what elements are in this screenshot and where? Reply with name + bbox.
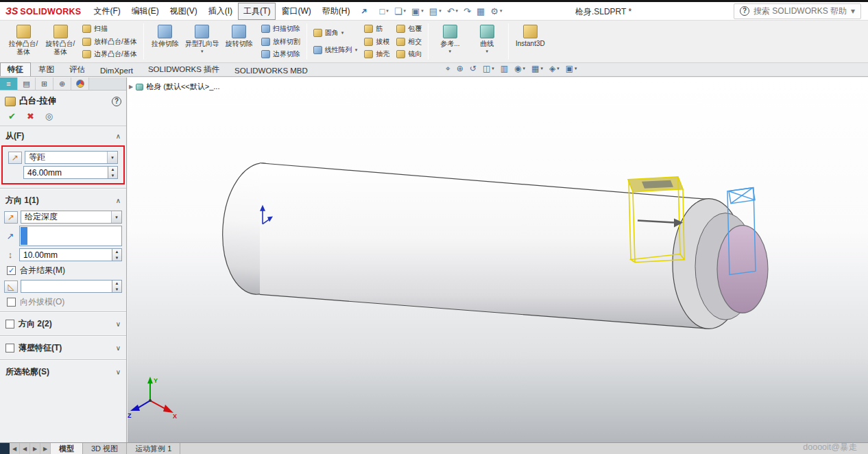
tab-features[interactable]: 特征 [0,62,31,76]
dimxpert-manager-tab[interactable]: ⊕ [53,77,71,90]
boundary-boss-button[interactable]: 边界凸台/基体 [80,48,140,60]
swept-boss-button[interactable]: 扫描 [80,23,140,35]
new-document-button[interactable]: □▾ [378,5,391,18]
model-canvas[interactable]: Y X Z [128,77,868,442]
hole-wizard-button[interactable]: 异型孔向导 ▾ [184,23,220,60]
undo-button[interactable]: ↶▾ [445,5,460,18]
menu-view[interactable]: 视图(V) [165,3,203,20]
rib-button[interactable]: 筋 [361,23,392,35]
flyout-arrow-icon[interactable]: ▶ [129,84,133,90]
tab-addins[interactable]: SOLIDWORKS 插件 [141,62,227,76]
direction-reference-field[interactable] [19,226,122,246]
section-from-header[interactable]: 从(F) ∧ [0,126,126,144]
graphics-viewport[interactable]: ▶ 枪身 (默认<<默认>_... [128,77,868,442]
section-view-icon[interactable]: ◫▾ [483,64,494,73]
lofted-cut-button[interactable]: 放样切割 [258,36,303,48]
offset-distance-stepper[interactable]: 46.00mm ▲▼ [23,166,118,179]
model-tab[interactable]: 模型 [51,443,83,454]
fillet-button[interactable]: 圆角▾ [311,25,361,40]
revolve-cut-button[interactable]: 旋转切除 [221,23,257,60]
extrude-cut-button[interactable]: 拉伸切除 [147,23,183,60]
depth-value[interactable]: 10.00mm [19,248,112,261]
menu-help[interactable]: 帮助(H) [317,3,356,20]
open-button[interactable]: ❏▾ [392,5,408,18]
save-button[interactable]: ▣▾ [409,5,426,18]
spinner-buttons[interactable]: ▲▼ [112,280,122,293]
view-settings-icon[interactable]: ▣▾ [566,64,577,73]
reverse-direction-button[interactable]: ↗ [4,211,18,224]
tab-scroll-left-button[interactable]: ◀ [20,443,30,454]
menu-edit[interactable]: 编辑(E) [126,3,165,20]
section-selected-contours-header[interactable]: 所选轮廓(S) ∨ [0,362,126,380]
redo-button[interactable]: ↷ [461,5,473,18]
end-condition-dropdown[interactable]: 给定深度 ▾ [21,211,122,224]
section-thin-feature-header[interactable]: 薄壁特征(T) ∨ [0,338,126,356]
section-direction2-header[interactable]: 方向 2(2) ∨ [0,314,126,332]
hide-show-items-icon[interactable]: ▦▾ [531,64,543,73]
tab-dimxpert[interactable]: DimXpert [93,64,141,76]
draft-value[interactable] [21,280,112,293]
reverse-offset-button[interactable]: ↗ [8,152,22,164]
tab-sketch[interactable]: 草图 [31,62,62,76]
boss-extrude-preview[interactable] [695,213,768,320]
draft-button[interactable]: 拔模 [361,36,392,48]
section-direction1-header[interactable]: 方向 1(1) ∧ [0,191,126,208]
curves-button[interactable]: 曲线 ▾ [469,23,505,60]
revolve-boss-button[interactable]: 旋转凸台/基体 [43,23,78,60]
detailed-preview-button[interactable]: ◎ [45,111,53,121]
wrap-button[interactable]: 包覆 [394,23,424,35]
lofted-boss-button[interactable]: 放样凸台/基体 [80,36,140,48]
thin-feature-checkbox[interactable] [5,344,14,353]
intersect-button[interactable]: 相交 [394,36,424,48]
extrude-boss-button[interactable]: 拉伸凸台/基体 [5,23,41,60]
tab-scroll-right-button[interactable]: ▶ [30,443,40,454]
swept-cut-button[interactable]: 扫描切除 [258,23,303,35]
start-condition-dropdown[interactable]: 等距 ▾ [25,151,118,164]
cancel-button[interactable]: ✖ [27,111,34,121]
tab-scroll-last-button[interactable]: ▶ [40,443,51,454]
appearance-icon[interactable]: ◈▾ [549,64,559,73]
linear-pattern-button[interactable]: 线性阵列▾ [311,43,361,58]
previous-view-icon[interactable]: ↺ [470,64,477,73]
annotations-icon[interactable]: ▥ [501,64,508,73]
instant3d-button[interactable]: Instant3D [512,23,548,60]
menu-window[interactable]: 窗口(W) [276,3,316,20]
spinner-buttons[interactable]: ▲▼ [112,248,122,261]
rebuild-button[interactable]: ▦ [474,5,487,18]
merge-result-checkbox[interactable] [7,266,16,275]
print-button[interactable]: ▤▾ [427,5,444,18]
mirror-button[interactable]: 镜向 [394,48,424,60]
3d-views-tab[interactable]: 3D 视图 [83,443,127,454]
pin-menu-icon[interactable]: ➔ [354,1,374,21]
zoom-area-icon[interactable]: ⊕ [457,64,463,73]
help-search-box[interactable]: ? 搜索 SOLIDWORKS 帮助 ▾ [734,3,861,19]
offset-distance-value[interactable]: 46.00mm [23,166,108,179]
draft-angle-button[interactable]: ◺ [4,280,18,293]
display-manager-tab[interactable] [71,77,89,90]
tab-evaluate[interactable]: 评估 [62,62,93,76]
reference-geometry-button[interactable]: 参考... ▾ [432,23,468,60]
configuration-manager-tab[interactable]: ⊞ [36,77,53,90]
spinner-buttons[interactable]: ▲▼ [108,166,118,179]
boundary-cut-button[interactable]: 边界切除 [258,48,303,60]
menu-file[interactable]: 文件(F) [88,3,125,20]
menu-insert[interactable]: 插入(I) [203,3,238,20]
display-style-icon[interactable]: ◉▾ [514,64,525,73]
motion-study-tab[interactable]: 运动算例 1 [127,443,180,454]
panel-tab-strip: ≡ ▤ ⊞ ⊕ [0,77,126,91]
property-manager-tab[interactable]: ▤ [18,77,36,90]
options-button[interactable]: ⚙▾ [488,5,504,18]
draft-outward-checkbox[interactable] [7,298,16,307]
draft-stepper[interactable]: ▲▼ [21,280,122,293]
depth-stepper[interactable]: 10.00mm ▲▼ [19,248,122,261]
direction2-checkbox[interactable] [5,320,14,328]
feature-tree-tab[interactable]: ≡ [0,77,18,90]
tab-mbd[interactable]: SOLIDWORKS MBD [227,64,315,76]
tab-scroll-first-button[interactable]: ◀ [10,443,20,454]
breadcrumb[interactable]: ▶ 枪身 (默认<<默认>_... [129,82,219,92]
shell-button[interactable]: 抽壳 [361,48,392,60]
pm-help-icon[interactable]: ? [112,97,121,106]
menu-tools[interactable]: 工具(T) [238,3,276,20]
ok-button[interactable]: ✔ [8,111,16,121]
zoom-fit-icon[interactable]: ⌖ [446,64,450,73]
